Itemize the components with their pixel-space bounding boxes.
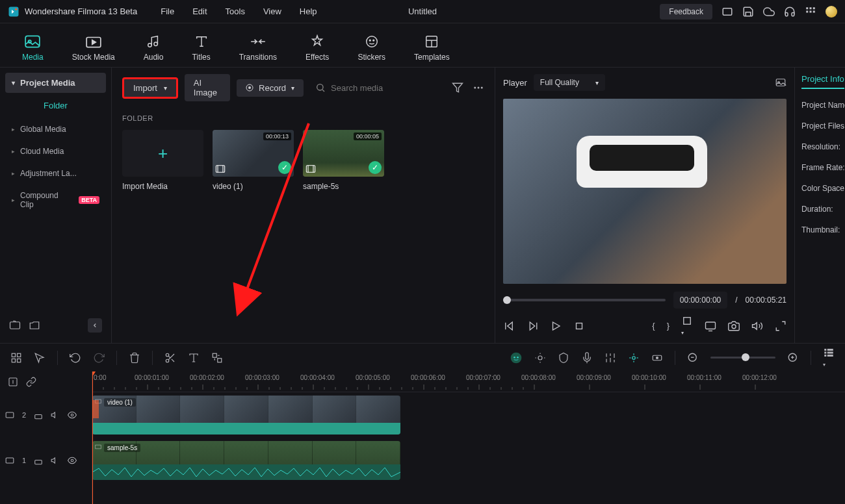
brace-open-icon[interactable]: { [652,321,655,331]
info-row: Project Files L [801,121,838,131]
sidebar: ▾ Project Media Folder ▸Global Media ▸Cl… [0,68,112,343]
tab-transitions[interactable]: Transitions [239,34,277,62]
svg-rect-49 [18,353,21,357]
svg-rect-29 [216,166,224,173]
camera-icon[interactable] [728,320,740,332]
zoom-slider[interactable] [710,357,775,359]
trash-icon[interactable] [129,352,140,364]
crop-icon[interactable]: ▾ [681,315,693,336]
apps-grid-icon[interactable] [805,6,816,18]
play-icon[interactable] [550,320,562,332]
smart-tool-icon[interactable] [628,352,640,364]
playhead[interactable] [92,372,93,504]
timeline-tracks[interactable]: 0:00 00:00:01:00 00:00:02:00 00:00:03:00… [92,372,845,504]
tab-media[interactable]: Media [22,34,44,62]
zoom-out-icon[interactable] [687,352,699,364]
quick-text-icon[interactable] [188,352,200,364]
collapse-sidebar-button[interactable] [88,318,102,333]
redo-icon[interactable] [93,352,105,364]
tab-templates[interactable]: Templates [414,34,450,62]
tab-titles[interactable]: Titles [192,34,210,62]
clip-video-1[interactable]: video (1) [92,396,400,435]
ai-badge-icon[interactable] [510,351,523,364]
display-icon[interactable] [705,320,716,332]
media-tile-sample-5s[interactable]: 00:00:05 ✓ sample-5s [303,130,384,191]
preview-canvas[interactable] [503,99,786,284]
keyframe-icon[interactable] [651,352,663,364]
lock-track-icon[interactable] [34,410,43,420]
menu-edit[interactable]: Edit [192,6,207,16]
svg-rect-5 [813,7,815,9]
visibility-track-icon[interactable] [68,456,77,465]
tab-audio[interactable]: Audio [144,34,164,62]
tab-stock-media[interactable]: Stock Media [72,34,115,62]
menu-help[interactable]: Help [300,6,317,16]
tab-stickers[interactable]: Stickers [358,34,385,62]
menu-file[interactable]: File [161,6,174,16]
mic-icon[interactable] [581,352,593,364]
player-progress: 00:00:00:00 / 00:00:05:21 [503,292,786,309]
clip-sample-5s[interactable]: sample-5s [92,441,400,480]
snapshot-icon[interactable] [775,77,786,88]
profile-avatar[interactable] [826,6,837,18]
stop-icon[interactable] [573,320,585,332]
swap-icon[interactable] [211,352,223,364]
mute-track-icon[interactable] [51,456,60,465]
select-arrow-icon[interactable] [34,352,46,364]
enhance-icon[interactable] [534,352,546,364]
headphones-icon[interactable] [784,6,796,18]
prev-frame-icon[interactable] [503,320,515,332]
visibility-track-icon[interactable] [68,410,77,420]
media-icon [24,34,41,49]
tab-effects[interactable]: Effects [306,34,329,62]
save-icon[interactable] [742,6,754,18]
play-backward-icon[interactable] [526,320,538,332]
sidebar-item-adjustment-layer[interactable]: ▸Adjustment La... [5,162,106,184]
lock-track-icon[interactable] [34,456,43,465]
feedback-button[interactable]: Feedback [660,4,712,19]
menu-tools[interactable]: Tools [226,6,245,16]
sidebar-item-cloud-media[interactable]: ▸Cloud Media [5,140,106,162]
import-button[interactable]: Import▾ [122,77,178,99]
layout-icon[interactable] [722,6,733,18]
more-icon[interactable] [473,82,484,94]
track-2[interactable]: video (1) [92,392,845,438]
sidebar-folder-label[interactable]: Folder [5,93,106,118]
undo-icon[interactable] [70,352,81,364]
duration-badge: 00:00:13 [263,132,291,140]
timeline-ruler[interactable]: 0:00 00:00:01:00 00:00:02:00 00:00:03:00… [92,372,845,392]
progress-slider[interactable] [503,299,666,301]
cut-icon[interactable] [164,352,176,364]
sidebar-project-media[interactable]: ▾ Project Media [5,73,106,93]
track-1[interactable]: sample-5s [92,438,845,483]
quality-select[interactable]: Full Quality▾ [534,74,605,91]
sidebar-item-global-media[interactable]: ▸Global Media [5,118,106,140]
marker-shield-icon[interactable] [558,352,569,364]
volume-icon[interactable] [751,320,763,332]
svg-rect-50 [12,359,15,362]
view-toggle-icon[interactable]: ▾ [823,347,835,368]
zoom-in-icon[interactable] [787,352,799,364]
media-tile-video-1[interactable]: 00:00:13 ✓ video (1) [213,130,294,191]
mixer-icon[interactable] [604,352,616,364]
ai-image-button[interactable]: AI Image [185,74,230,101]
new-folder-icon[interactable] [9,320,21,331]
chevron-right-icon: ▸ [12,197,15,203]
mute-track-icon[interactable] [51,410,60,420]
search-input[interactable] [331,83,440,93]
add-track-icon[interactable] [8,377,18,387]
cloud-icon[interactable] [763,6,775,18]
filter-icon[interactable] [452,82,463,94]
menu-view[interactable]: View [263,6,281,16]
grid-icon[interactable] [10,352,22,364]
folder-icon[interactable] [29,320,40,331]
import-media-tile[interactable]: + Import Media [122,130,203,191]
record-button[interactable]: Record▾ [237,79,304,97]
tab-project-info[interactable]: Project Info [801,74,844,89]
sidebar-item-compound-clip[interactable]: ▸Compound ClipBETA [5,184,106,216]
link-icon[interactable] [26,377,36,387]
brace-close-icon[interactable]: } [667,321,670,331]
fullscreen-icon[interactable] [775,320,786,332]
preview-headset-shape [577,136,707,188]
svg-line-55 [172,359,174,361]
